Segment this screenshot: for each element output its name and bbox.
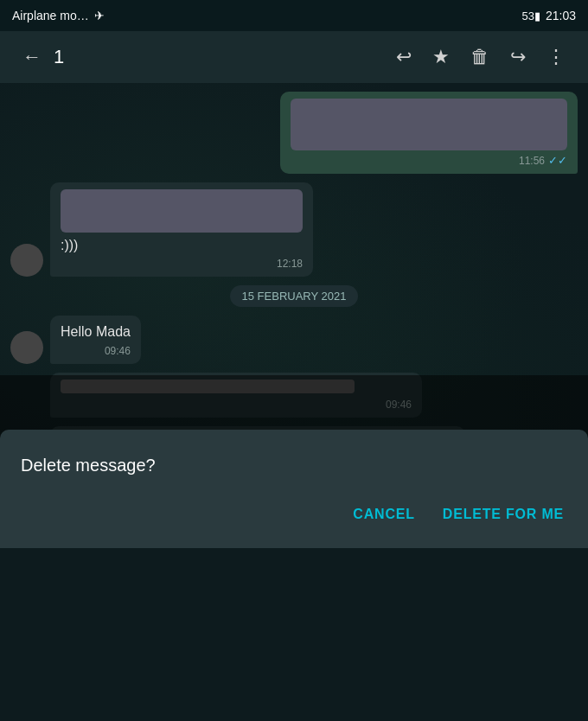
- selected-count: 1: [52, 46, 78, 68]
- message-text: :))): [61, 238, 78, 252]
- avatar: [10, 244, 43, 277]
- airplane-mode-text: Airplane mo…: [12, 9, 89, 22]
- back-button[interactable]: ←: [12, 39, 52, 75]
- airplane-icon: ✈: [94, 9, 105, 22]
- delete-dialog: Delete message? CANCEL DELETE FOR ME: [0, 430, 588, 548]
- chat-area: 11:56 ✓✓ :))) 12:18 15 FEBRUARY 2021: [0, 83, 588, 548]
- message-bubble[interactable]: 11:56 ✓✓: [280, 92, 578, 174]
- battery-indicator: 53▮: [521, 10, 540, 22]
- message-meta: 12:18: [61, 258, 303, 270]
- message-bubble[interactable]: Hello Mada 09:46: [50, 316, 141, 363]
- table-row: 11:56 ✓✓: [10, 92, 578, 174]
- message-time: 12:18: [277, 258, 303, 270]
- message-bubble[interactable]: :))) 12:18: [50, 182, 313, 277]
- message-time: 11:56: [519, 155, 545, 167]
- status-bar: Airplane mo… ✈ 53▮ 21:03: [0, 0, 588, 31]
- reply-button[interactable]: ↩: [386, 39, 422, 75]
- message-image: [291, 99, 567, 150]
- status-right: 53▮ 21:03: [521, 9, 576, 22]
- delete-button[interactable]: 🗑: [460, 39, 500, 75]
- dialog-title: Delete message?: [21, 456, 567, 475]
- date-label: 15 FEBRUARY 2021: [230, 285, 359, 307]
- cancel-button[interactable]: CANCEL: [349, 501, 418, 527]
- dialog-overlay: Delete message? CANCEL DELETE FOR ME: [0, 375, 588, 548]
- forward-button[interactable]: ↪: [500, 39, 536, 75]
- message-image: [61, 189, 303, 233]
- table-row: :))) 12:18: [10, 182, 578, 277]
- table-row: Hello Mada 09:46: [10, 316, 578, 363]
- more-button[interactable]: ⋮: [536, 39, 576, 75]
- avatar: [10, 331, 43, 364]
- message-ticks: ✓✓: [548, 154, 567, 167]
- toolbar: ← 1 ↩ ★ 🗑 ↪ ⋮: [0, 31, 588, 83]
- star-button[interactable]: ★: [422, 39, 460, 75]
- message-text: Hello Mada: [61, 324, 131, 339]
- message-time: 09:46: [105, 345, 131, 357]
- status-left: Airplane mo… ✈: [12, 9, 105, 22]
- message-meta: 09:46: [61, 345, 131, 357]
- message-meta: 11:56 ✓✓: [291, 154, 567, 167]
- dialog-actions: CANCEL DELETE FOR ME: [21, 501, 567, 527]
- date-separator: 15 FEBRUARY 2021: [10, 285, 578, 307]
- delete-for-me-button[interactable]: DELETE FOR ME: [439, 501, 567, 527]
- time-display: 21:03: [546, 9, 576, 22]
